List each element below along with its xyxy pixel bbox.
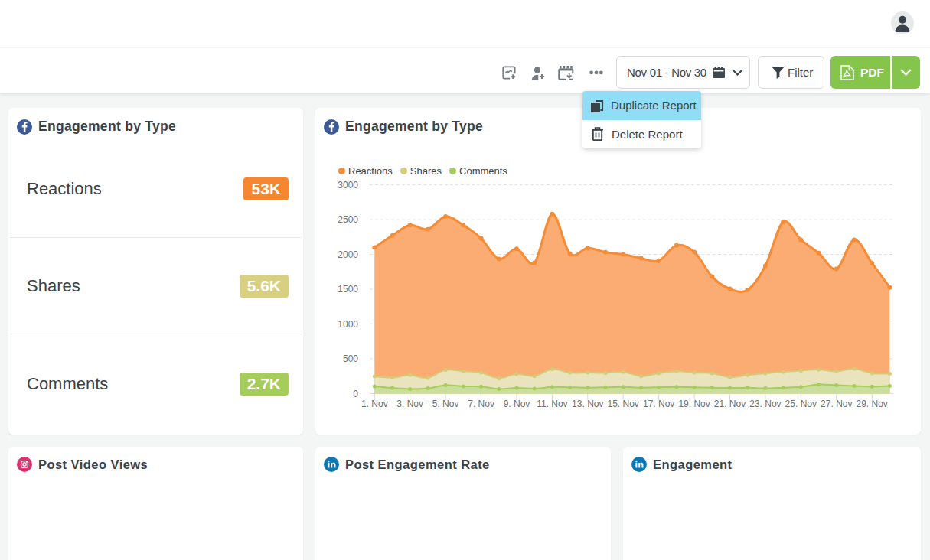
svg-text:2000: 2000 (338, 249, 358, 260)
svg-text:500: 500 (343, 353, 358, 364)
svg-text:3000: 3000 (338, 180, 358, 190)
svg-text:2500: 2500 (338, 214, 358, 225)
svg-text:1500: 1500 (338, 284, 358, 295)
svg-text:1000: 1000 (338, 319, 358, 330)
svg-text:0: 0 (353, 389, 358, 399)
